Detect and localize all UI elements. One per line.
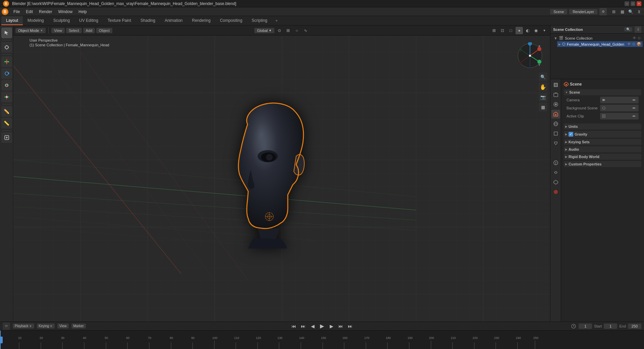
step-back-button[interactable]: ◀: [309, 322, 316, 330]
tab-texture-paint[interactable]: Texture Paint: [103, 16, 136, 25]
scene-section-header[interactable]: ▼ Scene: [564, 89, 641, 95]
units-section-header[interactable]: ▶ Units: [564, 123, 641, 130]
view-layer-props-icon[interactable]: [551, 100, 560, 109]
move-tool-button[interactable]: [1, 56, 12, 67]
rotate-tool-button[interactable]: [1, 68, 12, 79]
filter-topbar[interactable]: ⊻: [635, 8, 643, 15]
menu-edit[interactable]: Edit: [23, 9, 36, 15]
annotate-tool-button[interactable]: ✏️: [1, 106, 12, 117]
tab-rendering[interactable]: Rendering: [187, 16, 215, 25]
tab-sculpting[interactable]: Sculpting: [49, 16, 74, 25]
menu-file[interactable]: File: [11, 9, 22, 15]
camera-view-button[interactable]: 📷: [539, 93, 547, 101]
outliner-item-head[interactable]: ▶ ⬡ Female_Mannequin_Head_Golden 👁 ⊙ 📦: [557, 41, 643, 47]
wireframe-icon[interactable]: □: [507, 27, 515, 34]
outliner-filter-button[interactable]: ⊻: [635, 26, 641, 33]
marker-menu[interactable]: Marker: [71, 323, 86, 329]
menu-window[interactable]: Window: [55, 9, 75, 15]
background-scene-value[interactable]: ✏: [600, 105, 639, 111]
maximize-button[interactable]: □: [631, 1, 635, 6]
snap-toggle-icon[interactable]: ⊞: [284, 27, 292, 34]
rendered-icon[interactable]: ◉: [532, 27, 540, 34]
object-props-icon[interactable]: [551, 129, 560, 138]
select-menu-button[interactable]: Select: [66, 28, 82, 33]
timeline-panel-icon[interactable]: ⟳: [3, 322, 10, 330]
cursor-tool-button[interactable]: [1, 42, 12, 53]
view-menu-button[interactable]: View: [51, 28, 65, 33]
jump-end-button[interactable]: ⏭: [346, 322, 354, 330]
viewport-gizmo[interactable]: X Y Z: [517, 42, 543, 69]
scene-props-icon[interactable]: [551, 110, 560, 118]
topbar-icon-2[interactable]: ▦: [619, 8, 626, 15]
camera-value[interactable]: ✏: [600, 97, 639, 103]
step-forward-button[interactable]: ▶: [328, 322, 335, 330]
data-props-icon[interactable]: [551, 178, 560, 187]
solid-icon[interactable]: ●: [516, 27, 523, 34]
keying-menu[interactable]: Keying ▼: [37, 323, 55, 329]
measure-tool-button[interactable]: 📏: [1, 118, 12, 129]
current-frame-display[interactable]: 1: [579, 323, 592, 329]
navigate-button[interactable]: ✋: [539, 83, 547, 91]
active-clip-value[interactable]: ✏: [600, 113, 639, 119]
add-menu-button[interactable]: Add: [83, 28, 95, 33]
prev-keyframe-button[interactable]: ⏭: [300, 322, 307, 330]
active-clip-edit-icon[interactable]: ✏: [631, 113, 637, 119]
select-tool-button[interactable]: [1, 28, 12, 38]
render-layer-selector[interactable]: RenderLayer: [569, 9, 597, 14]
transform-tool-button[interactable]: [1, 92, 12, 102]
scene-collection-item[interactable]: ▼ 🎬 Scene Collection 👁 ⊙: [552, 35, 643, 41]
tab-modeling[interactable]: Modeling: [23, 16, 49, 25]
particles-props-icon[interactable]: [551, 149, 560, 157]
menu-render[interactable]: Render: [36, 9, 55, 15]
add-workspace-button[interactable]: +: [272, 16, 281, 25]
render-props-icon[interactable]: [551, 81, 560, 89]
transform-pivot-icon[interactable]: ⊙: [276, 27, 283, 34]
keying-sets-header[interactable]: ▶ Keying Sets: [564, 139, 641, 145]
object-menu-button[interactable]: Object: [96, 28, 112, 33]
start-frame-input[interactable]: 1: [604, 323, 617, 329]
search-topbar[interactable]: 🔍: [627, 8, 634, 15]
gravity-section-header[interactable]: ▶ ✓ Gravity: [564, 131, 641, 138]
options-button[interactable]: ⚙: [599, 8, 607, 15]
scale-tool-button[interactable]: [1, 80, 12, 91]
close-button[interactable]: ✕: [637, 1, 641, 6]
rigid-body-world-header[interactable]: ▶ Rigid Body World: [564, 154, 641, 160]
material-icon[interactable]: ◐: [524, 27, 531, 34]
end-frame-input[interactable]: 250: [628, 323, 641, 329]
playback-menu[interactable]: Playback ▼: [13, 323, 34, 329]
zoom-to-selection-button[interactable]: 🔍: [539, 72, 547, 81]
gravity-checkbox[interactable]: ✓: [569, 132, 573, 137]
tab-animation[interactable]: Animation: [160, 16, 187, 25]
object-mode-selector[interactable]: Object Mode ▼: [15, 28, 46, 33]
view-menu[interactable]: View: [57, 323, 69, 329]
custom-properties-header[interactable]: ▶ Custom Properties: [564, 161, 641, 167]
topbar-icon-1[interactable]: ⊞: [610, 8, 618, 15]
minimize-button[interactable]: –: [625, 1, 629, 6]
xray-icon[interactable]: ⊡: [499, 27, 506, 34]
viewport[interactable]: Object Mode ▼ View Select Add Object Glo…: [13, 26, 550, 321]
play-button[interactable]: ▶: [318, 322, 326, 330]
projection-button[interactable]: ▦: [539, 103, 547, 111]
camera-edit-icon[interactable]: ✏: [631, 97, 637, 103]
menu-help[interactable]: Help: [76, 9, 90, 15]
add-tool-button[interactable]: [1, 132, 12, 143]
falloff-icon[interactable]: ∿: [302, 27, 309, 34]
constraint-props-icon[interactable]: [551, 168, 560, 177]
timeline-ruler[interactable]: 1 10 20 30 40 50 60: [0, 331, 644, 349]
output-props-icon[interactable]: [551, 90, 560, 99]
window-controls[interactable]: – □ ✕: [625, 1, 641, 6]
tab-uv-editing[interactable]: UV Editing: [74, 16, 103, 25]
modifier-props-icon[interactable]: [551, 139, 560, 148]
tab-scripting[interactable]: Scripting: [247, 16, 272, 25]
jump-start-button[interactable]: ⏮: [290, 322, 298, 330]
display-mode-dropdown[interactable]: ▼: [541, 27, 548, 34]
world-props-icon[interactable]: [551, 119, 560, 128]
tab-layout[interactable]: Layout: [1, 16, 23, 25]
frame-handle[interactable]: [0, 337, 3, 343]
outliner-search[interactable]: 🔍: [624, 27, 632, 32]
scene-selector[interactable]: Scene: [550, 9, 567, 14]
tab-compositing[interactable]: Compositing: [215, 16, 247, 25]
tab-shading[interactable]: Shading: [136, 16, 160, 25]
overlay-icon[interactable]: ⊞: [490, 27, 498, 34]
proportional-edit-icon[interactable]: ○: [293, 27, 301, 34]
